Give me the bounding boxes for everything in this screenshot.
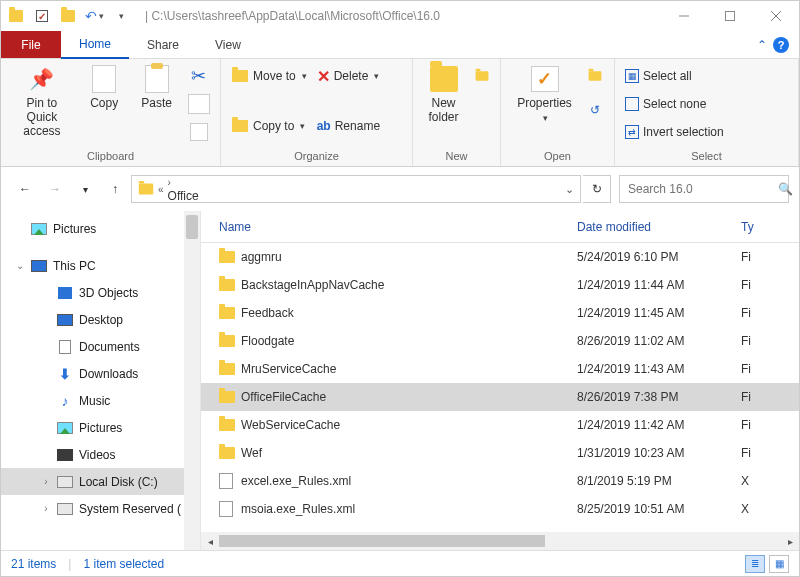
details-view-button[interactable]: ≣ <box>745 555 765 573</box>
window-title: | C:\Users\tashreef\AppData\Local\Micros… <box>135 9 661 23</box>
file-name: aggmru <box>241 250 577 264</box>
pin-to-quick-access-button[interactable]: 📌 Pin to Quick access <box>11 65 73 138</box>
history-button[interactable]: ↺ <box>590 99 600 121</box>
tab-view[interactable]: View <box>197 31 259 58</box>
navigation-pane[interactable]: Pictures⌄This PC3D ObjectsDesktopDocumen… <box>1 211 201 550</box>
qat-new-folder-icon[interactable] <box>57 5 79 27</box>
copy-to-button[interactable]: Copy to▾ <box>231 115 307 137</box>
sidebar-item[interactable]: ⌄This PC <box>1 252 200 279</box>
shortcut-icon <box>190 123 208 141</box>
column-name[interactable]: Name <box>219 220 577 234</box>
recent-locations-button[interactable]: ▾ <box>71 175 99 203</box>
cut-button[interactable]: ✂ <box>191 65 206 87</box>
sidebar-item[interactable]: Pictures <box>1 215 200 242</box>
file-row[interactable]: OfficeFileCache8/26/2019 7:38 PMFi <box>201 383 799 411</box>
document-icon <box>219 473 233 489</box>
move-to-button[interactable]: Move to▾ <box>231 65 307 87</box>
sidebar-item[interactable]: ›System Reserved ( <box>1 495 200 522</box>
open-button[interactable] <box>587 65 603 87</box>
qat-undo-icon[interactable]: ↶▾ <box>83 5 105 27</box>
file-row[interactable]: aggmru5/24/2019 6:10 PMFi <box>201 243 799 271</box>
status-selected-count: 1 item selected <box>83 557 164 571</box>
qat-folder-icon[interactable] <box>5 5 27 27</box>
file-date: 8/26/2019 11:02 AM <box>577 334 741 348</box>
address-dropdown-icon[interactable]: ⌄ <box>565 183 574 196</box>
file-date: 8/1/2019 5:19 PM <box>577 474 741 488</box>
tab-share[interactable]: Share <box>129 31 197 58</box>
select-none-button[interactable]: Select none <box>625 93 724 115</box>
scroll-left-icon[interactable]: ◂ <box>201 536 219 547</box>
sidebar-item[interactable]: Pictures <box>1 414 200 441</box>
copy-button[interactable]: Copy <box>83 65 126 111</box>
close-button[interactable] <box>753 1 799 31</box>
refresh-button[interactable]: ↻ <box>583 175 611 203</box>
tab-home[interactable]: Home <box>61 31 129 59</box>
pin-icon: 📌 <box>29 67 54 91</box>
column-headers[interactable]: Name Date modified Ty <box>201 211 799 243</box>
search-box[interactable]: 🔍 <box>619 175 789 203</box>
select-all-button[interactable]: ▦Select all <box>625 65 724 87</box>
help-icon[interactable]: ? <box>773 37 789 53</box>
minimize-button[interactable] <box>661 1 707 31</box>
new-item-button[interactable] <box>474 65 490 87</box>
file-row[interactable]: msoia.exe_Rules.xml8/25/2019 10:51 AMX <box>201 495 799 523</box>
copy-path-button[interactable] <box>188 93 210 115</box>
column-date[interactable]: Date modified <box>577 220 741 234</box>
sidebar-item[interactable]: ♪Music <box>1 387 200 414</box>
thumbnails-view-button[interactable]: ▦ <box>769 555 789 573</box>
file-type: Fi <box>741 334 799 348</box>
qat-customize-icon[interactable]: ▾ <box>109 5 131 27</box>
file-name: OfficeFileCache <box>241 390 577 404</box>
sidebar-scrollbar[interactable] <box>184 211 200 550</box>
qat-properties-icon[interactable]: ✓ <box>31 5 53 27</box>
sidebar-item[interactable]: Videos <box>1 441 200 468</box>
new-folder-button[interactable]: New folder <box>423 65 464 125</box>
chevron-right-icon[interactable]: › <box>41 476 51 487</box>
tab-file[interactable]: File <box>1 31 61 58</box>
collapse-ribbon-icon[interactable]: ⌃ <box>757 38 767 52</box>
chevron-down-icon[interactable]: ⌄ <box>15 260 25 271</box>
rename-button[interactable]: abRename <box>317 115 380 137</box>
file-list[interactable]: aggmru5/24/2019 6:10 PMFiBackstageInAppN… <box>201 243 799 532</box>
maximize-button[interactable] <box>707 1 753 31</box>
sidebar-item[interactable]: ⬇Downloads <box>1 360 200 387</box>
sidebar-item[interactable]: 3D Objects <box>1 279 200 306</box>
sidebar-item-label: Local Disk (C:) <box>79 475 158 489</box>
file-row[interactable]: Feedback1/24/2019 11:45 AMFi <box>201 299 799 327</box>
search-input[interactable] <box>628 182 778 196</box>
file-row[interactable]: Floodgate8/26/2019 11:02 AMFi <box>201 327 799 355</box>
horizontal-scrollbar[interactable]: ◂ ▸ <box>201 532 799 550</box>
file-date: 5/24/2019 6:10 PM <box>577 250 741 264</box>
forward-button[interactable]: → <box>41 175 69 203</box>
column-type[interactable]: Ty <box>741 220 799 234</box>
sidebar-item-label: 3D Objects <box>79 286 138 300</box>
sidebar-item[interactable]: Desktop <box>1 306 200 333</box>
ribbon: 📌 Pin to Quick access Copy Paste ✂ Clipb… <box>1 59 799 167</box>
scroll-right-icon[interactable]: ▸ <box>781 536 799 547</box>
file-name: Feedback <box>241 306 577 320</box>
paste-button[interactable]: Paste <box>135 65 178 111</box>
chevron-right-icon[interactable]: › <box>41 503 51 514</box>
chevron-right-icon[interactable]: › <box>168 177 171 188</box>
file-type: Fi <box>741 446 799 460</box>
file-row[interactable]: excel.exe_Rules.xml8/1/2019 5:19 PMX <box>201 467 799 495</box>
file-type: Fi <box>741 418 799 432</box>
back-button[interactable]: ← <box>11 175 39 203</box>
delete-button[interactable]: ✕Delete▾ <box>317 65 380 87</box>
file-row[interactable]: BackstageInAppNavCache1/24/2019 11:44 AM… <box>201 271 799 299</box>
file-row[interactable]: WebServiceCache1/24/2019 11:42 AMFi <box>201 411 799 439</box>
invert-selection-button[interactable]: ⇄Invert selection <box>625 121 724 143</box>
properties-button[interactable]: ✓ Properties▾ <box>513 65 577 125</box>
sidebar-item[interactable]: Documents <box>1 333 200 360</box>
file-row[interactable]: MruServiceCache1/24/2019 11:43 AMFi <box>201 355 799 383</box>
document-icon <box>57 340 73 354</box>
address-bar[interactable]: « Local › Microsoft › Office › 16.0 › ⌄ <box>131 175 581 203</box>
file-row[interactable]: Wef1/31/2019 10:23 AMFi <box>201 439 799 467</box>
search-icon[interactable]: 🔍 <box>778 182 793 196</box>
sidebar-item[interactable]: ›Local Disk (C:) <box>1 468 200 495</box>
paste-shortcut-button[interactable] <box>190 121 208 143</box>
folder-icon <box>219 419 235 431</box>
up-button[interactable]: ↑ <box>101 175 129 203</box>
history-icon: ↺ <box>590 103 600 117</box>
breadcrumb-segment[interactable]: Office <box>168 189 217 203</box>
